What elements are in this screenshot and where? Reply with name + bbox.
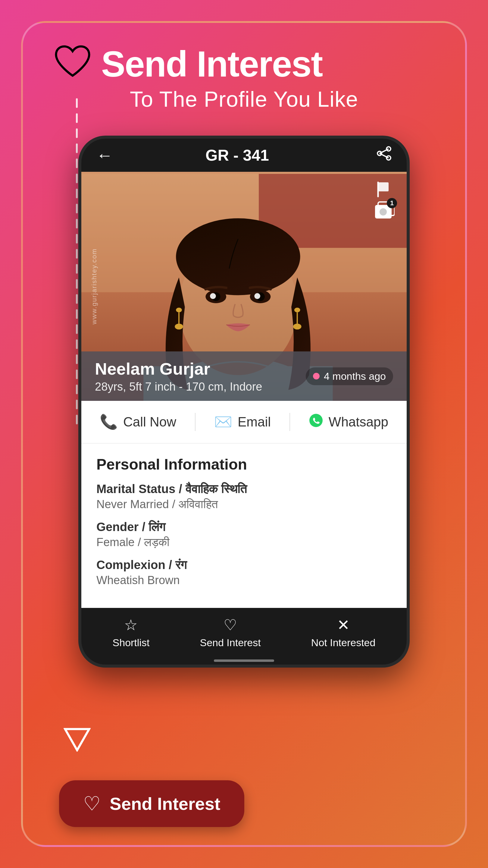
complexion-label: Complexion / रंग xyxy=(96,558,392,572)
svg-rect-29 xyxy=(378,182,389,191)
whatsapp-label: Whatsapp xyxy=(329,414,388,430)
call-now-label: Call Now xyxy=(123,414,176,430)
complexion-value: Wheatish Brown xyxy=(96,574,392,587)
home-bar xyxy=(214,659,274,662)
call-now-button[interactable]: 📞 Call Now xyxy=(100,413,176,430)
marital-label: Marital Status / वैवाहिक स्थिति xyxy=(96,482,392,496)
image-count-number: 1 xyxy=(387,198,397,208)
name-overlay: Neelam Gurjar 28yrs, 5ft 7 inch - 170 cm… xyxy=(82,351,407,401)
dashed-line xyxy=(76,98,78,740)
phone-topbar: ← GR - 341 xyxy=(82,138,407,172)
personal-info-title: Personal Information xyxy=(96,456,392,473)
svg-point-18 xyxy=(210,293,216,299)
active-status: 4 months ago xyxy=(324,370,386,382)
shortlist-label: Shortlist xyxy=(113,637,150,649)
flag-icon[interactable] xyxy=(375,181,392,201)
divider-1 xyxy=(195,413,195,431)
profile-name: Neelam Gurjar xyxy=(95,359,262,378)
svg-point-13 xyxy=(176,218,300,295)
active-dot xyxy=(313,373,320,379)
profile-id: GR - 341 xyxy=(122,146,352,164)
info-item-gender: Gender / लिंग Female / लड़की xyxy=(96,520,392,549)
svg-marker-0 xyxy=(65,729,89,750)
heart-icon xyxy=(53,44,92,80)
email-label: Email xyxy=(238,414,271,430)
send-interest-button[interactable]: ♡ Send Interest xyxy=(59,780,244,827)
bottom-nav: ☆ Shortlist ♡ Send Interest ✕ Not Intere… xyxy=(82,608,407,659)
profile-image-area: www.gurjarishtey.com xyxy=(82,172,407,401)
back-button[interactable]: ← xyxy=(96,146,113,165)
outer-card: Send Interest To The Profile You Like ← … xyxy=(21,21,467,847)
phone-frame: ← GR - 341 www.gurjarishtey.com xyxy=(78,135,410,668)
divider-2 xyxy=(290,413,290,431)
info-item-marital: Marital Status / वैवाहिक स्थिति Never Ma… xyxy=(96,482,392,511)
svg-point-22 xyxy=(175,324,183,330)
share-icon[interactable] xyxy=(377,146,392,164)
not-interested-icon: ✕ xyxy=(337,616,350,634)
gender-label: Gender / लिंग xyxy=(96,520,392,534)
whatsapp-icon xyxy=(309,413,323,431)
active-badge: 4 months ago xyxy=(306,367,393,385)
email-icon: ✉️ xyxy=(214,413,232,430)
nav-not-interested[interactable]: ✕ Not Interested xyxy=(311,616,376,649)
marital-value: Never Married / अविवाहित xyxy=(96,498,392,511)
info-item-complexion: Complexion / रंग Wheatish Brown xyxy=(96,558,392,587)
action-buttons-row: 📞 Call Now ✉️ Email Whatsap xyxy=(82,401,407,444)
email-button[interactable]: ✉️ Email xyxy=(214,413,271,430)
shortlist-icon: ☆ xyxy=(124,616,138,634)
svg-point-33 xyxy=(380,208,387,216)
image-count-badge[interactable]: 1 xyxy=(373,200,395,221)
svg-point-23 xyxy=(294,308,300,313)
send-interest-button-label: Send Interest xyxy=(110,794,220,814)
home-indicator xyxy=(82,659,407,664)
nav-send-interest[interactable]: ♡ Send Interest xyxy=(200,616,261,649)
svg-point-34 xyxy=(310,414,323,427)
header-title: Send Interest xyxy=(101,44,465,84)
nav-shortlist[interactable]: ☆ Shortlist xyxy=(113,616,150,649)
svg-point-19 xyxy=(254,293,260,299)
profile-details: 28yrs, 5ft 7 inch - 170 cm, Indore xyxy=(95,380,262,393)
send-interest-nav-icon: ♡ xyxy=(224,616,237,634)
phone-container: ← GR - 341 www.gurjarishtey.com xyxy=(78,135,410,668)
send-interest-heart-icon: ♡ xyxy=(83,792,101,815)
phone-side-button xyxy=(407,244,410,280)
svg-point-20 xyxy=(176,308,182,313)
watermark: www.gurjarishtey.com xyxy=(90,248,98,324)
arrow-down-icon xyxy=(64,727,91,752)
not-interested-label: Not Interested xyxy=(311,637,376,649)
svg-point-25 xyxy=(293,324,301,330)
personal-info-section: Personal Information Marital Status / वै… xyxy=(82,444,407,608)
whatsapp-button[interactable]: Whatsapp xyxy=(309,413,388,431)
send-interest-nav-label: Send Interest xyxy=(200,637,261,649)
phone-icon: 📞 xyxy=(100,413,118,430)
header-subtitle: To The Profile You Like xyxy=(130,87,358,112)
gender-value: Female / लड़की xyxy=(96,536,392,549)
